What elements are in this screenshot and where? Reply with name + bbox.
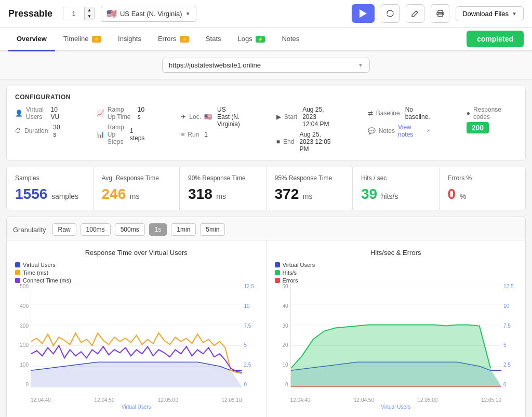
tab-notes[interactable]: Notes	[273, 28, 308, 51]
url-chevron-icon: ▼	[358, 62, 363, 68]
config-response-codes: ● Response codes	[467, 106, 501, 120]
gran-1min[interactable]: 1min	[171, 223, 196, 236]
chart-2-x-axis: 12:04:4012:04:5012:05:0012:05:10	[290, 397, 502, 403]
hits-sec-unit: hits/s	[381, 192, 398, 200]
samples-label: Samples	[15, 174, 85, 182]
chart-1-y-right: 12.5107.552.50	[242, 284, 258, 387]
tab-errors[interactable]: Errors ⚡	[150, 28, 197, 51]
config-col-6: ● Response codes 200	[467, 106, 501, 132]
config-virtual-users: 👤 Virtual Users 10 VU	[15, 106, 60, 120]
ramp-value: 10 s	[138, 106, 145, 120]
chart-1-x-axis: 12:04:4012:04:5012:05:0012:05:10	[31, 397, 242, 403]
config-run: ≡ Run 1	[181, 131, 240, 138]
end-icon: ■	[276, 138, 280, 145]
svg-marker-0	[360, 9, 367, 18]
user-icon: 👤	[15, 110, 23, 117]
edit-button[interactable]	[406, 4, 424, 23]
run-value: 1	[204, 131, 208, 138]
90-response-label: 90% Response Time	[188, 174, 258, 182]
edit-icon	[411, 10, 419, 17]
tab-stats[interactable]: Stats	[197, 28, 230, 51]
legend-connect: Connect Time (ms)	[15, 277, 71, 284]
gran-500ms[interactable]: 500ms	[115, 223, 145, 236]
print-button[interactable]	[431, 4, 449, 23]
steps-label: Ramp Up Steps	[108, 124, 125, 145]
play-button[interactable]	[352, 4, 375, 23]
download-files-button[interactable]: Download Files ▼	[456, 6, 524, 21]
hits-sec-label: Hits / sec	[361, 174, 431, 182]
tab-logs-label: Logs	[238, 35, 252, 43]
run-label: Run	[188, 131, 199, 138]
time-legend-dot	[15, 270, 20, 275]
95-response-label: 95% Response Time	[275, 174, 344, 182]
svg-rect-2	[438, 14, 443, 17]
gran-raw[interactable]: Raw	[52, 223, 76, 236]
hits-sec-value-container: 39 hits/s	[361, 186, 431, 203]
stepper-up[interactable]: ▲	[84, 7, 94, 14]
url-value: https://justatestwebsite1.online	[169, 61, 261, 69]
sync-button[interactable]	[381, 4, 400, 23]
response-codes-label: Response codes	[473, 106, 501, 120]
stepper-down[interactable]: ▼	[84, 14, 94, 20]
notes-label: Notes	[379, 127, 395, 134]
region-selector[interactable]: 🇺🇸 US East (N. Virginia) ▼	[101, 6, 196, 22]
samples-value: 1556	[15, 186, 47, 202]
config-notes: 💬 Notes View notes ↗	[368, 124, 430, 138]
tab-overview[interactable]: Overview	[8, 28, 55, 51]
tab-overview-label: Overview	[17, 35, 47, 43]
baseline-value: No baseline.	[405, 106, 430, 120]
chart-1-inner	[31, 284, 242, 387]
errors-badge: ⚡	[180, 36, 189, 43]
view-notes-link[interactable]: View notes ↗	[398, 124, 430, 138]
chart-2-inner	[290, 284, 502, 387]
chart-1-svg	[31, 284, 242, 387]
gran-100ms[interactable]: 100ms	[81, 223, 111, 236]
steps-icon: 📊	[97, 131, 104, 138]
errors-value-container: 0 %	[448, 186, 517, 203]
completed-button[interactable]: completed	[467, 31, 524, 47]
charts-row: Response Time over Virtual Users Virtual…	[6, 240, 526, 417]
url-input-container[interactable]: https://justatestwebsite1.online ▼	[162, 58, 370, 73]
url-bar: https://justatestwebsite1.online ▼	[0, 51, 532, 79]
errors-unit: %	[460, 192, 466, 200]
legend-hits: Hits/s	[275, 270, 315, 276]
vu2-legend-dot	[275, 262, 280, 267]
gran-1s[interactable]: 1s	[149, 223, 167, 236]
tab-timeline-label: Timeline	[63, 35, 89, 43]
tab-stats-label: Stats	[206, 35, 221, 43]
tab-errors-label: Errors	[158, 35, 176, 43]
90-response-unit: ms	[216, 192, 226, 200]
metric-hits-sec: Hits / sec 39 hits/s	[352, 167, 439, 210]
chart-1-right-axis-label: Virtual Users	[15, 404, 258, 410]
ramp-up-icon: 📈	[97, 110, 104, 117]
vu-input[interactable]: 1	[63, 8, 84, 20]
chart-2-y-right: 12.5107.552.50	[501, 284, 517, 387]
tab-insights[interactable]: Insights	[110, 28, 150, 51]
chart-hits-errors: Hits/sec & Errors Virtual Users Hits/s E…	[266, 240, 526, 417]
header: Pressable 1 ▲ ▼ 🇺🇸 US East (N. Virginia)…	[0, 0, 532, 28]
start-icon: ▶	[276, 113, 281, 120]
chart-2-area: 50403020100 12.5107.552.50	[275, 284, 517, 403]
external-link-icon: ↗	[426, 128, 430, 133]
hits-legend-dot	[275, 270, 280, 275]
config-col-3: ✈ Loc. 🇺🇸 US East (N. Virginia) ≡ Run 1	[181, 106, 240, 138]
location-icon: ✈	[181, 113, 186, 120]
loc-flag: 🇺🇸	[204, 113, 212, 120]
metric-avg-response: Avg. Response Time 246 ms	[93, 167, 180, 210]
sync-icon	[386, 9, 394, 18]
samples-unit: samples	[51, 192, 78, 200]
gran-5min[interactable]: 5min	[200, 223, 225, 236]
90-response-value-container: 318 ms	[188, 186, 258, 203]
tab-logs[interactable]: Logs ⚡	[230, 28, 274, 51]
vu2-legend-label: Virtual Users	[283, 262, 315, 268]
chart-2-y-left: 50403020100	[275, 284, 290, 387]
chart-response-time: Response Time over Virtual Users Virtual…	[6, 240, 266, 417]
legend-vu: Virtual Users	[15, 262, 71, 268]
chart-1-legend: Virtual Users Time (ms) Connect Time (ms…	[15, 262, 71, 284]
start-label: Start	[284, 113, 297, 120]
logs-badge: ⚡	[256, 36, 265, 43]
vu-stepper[interactable]: 1 ▲ ▼	[63, 7, 95, 20]
notes-icon: 💬	[368, 127, 376, 134]
tab-timeline[interactable]: Timeline ⚡	[55, 28, 110, 51]
region-label: US East (N. Virginia)	[120, 10, 182, 18]
